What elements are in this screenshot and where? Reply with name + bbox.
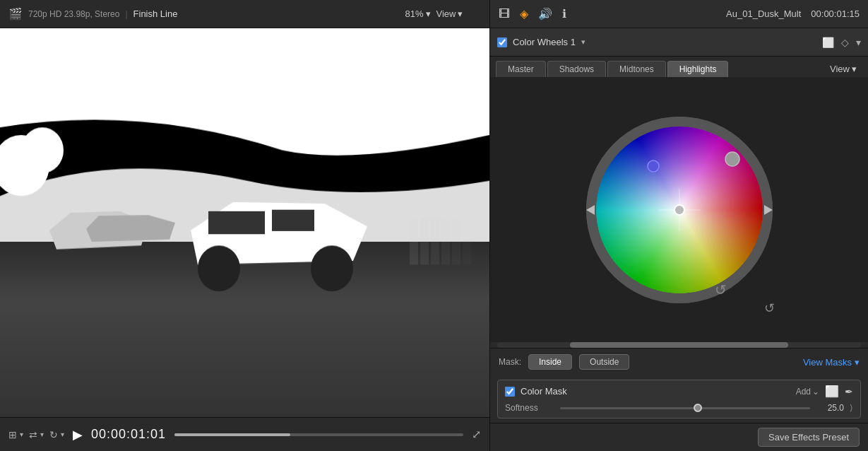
- panel-more-button[interactable]: ▾: [856, 37, 861, 48]
- softness-slider[interactable]: [560, 402, 810, 414]
- right-top-icons: 🎞 ◈ 🔊 ℹ Au_01_Dusk_Mult 00:00:01:15: [490, 0, 868, 28]
- tab-shadows[interactable]: Shadows: [547, 61, 606, 77]
- color-mask-label: Color Mask: [521, 386, 790, 397]
- color-bottom-bar: Save Effects Preset: [490, 423, 868, 451]
- speed-chevron-icon: ▾: [61, 430, 64, 438]
- video-canvas: [0, 28, 489, 417]
- tab-midtones[interactable]: Midtones: [607, 61, 666, 77]
- panel-diamond-icon: ◇: [841, 37, 849, 48]
- softness-expand-button[interactable]: ⟩: [850, 403, 853, 413]
- color-wheel-area[interactable]: ↺: [490, 77, 868, 342]
- panel-layout-button[interactable]: ⬜: [822, 37, 834, 48]
- play-button[interactable]: ▶: [73, 427, 83, 443]
- film-strip-icon: 🎞: [499, 8, 510, 20]
- expand-button[interactable]: ⤢: [472, 428, 481, 441]
- zoom-chevron-icon: ▾: [426, 8, 431, 19]
- view-tab-button[interactable]: View ▾: [824, 61, 862, 77]
- color-wheels-bar: Color Wheels 1 ▾ ⬜ ◇ ▾: [490, 28, 868, 57]
- wheel-scrollbar[interactable]: [497, 342, 861, 348]
- color-wheel-canvas[interactable]: [581, 111, 778, 309]
- view-button[interactable]: View ▾: [436, 8, 463, 19]
- trim-chevron-icon: ▾: [40, 430, 44, 438]
- layout-chevron-icon: ▾: [20, 430, 23, 438]
- color-wheels-chevron-icon: ▾: [581, 37, 585, 47]
- softness-label: Softness: [505, 403, 554, 413]
- color-mask-section: Color Mask Add ⌄ ⬜ ✒ Softness 25.0: [497, 380, 861, 418]
- color-wheels-checkbox[interactable]: [497, 37, 507, 47]
- rectangle-mask-button[interactable]: ⬜: [825, 385, 839, 398]
- softness-expand-icon: ⟩: [850, 403, 853, 413]
- color-wheels-label: Color Wheels 1: [513, 37, 576, 47]
- panel-layout-icon: ⬜: [822, 37, 834, 48]
- view-tab-chevron-icon: ▾: [852, 64, 857, 74]
- playback-timecode: 00:00:01:01: [91, 427, 166, 442]
- film-icon: 🎬: [8, 7, 23, 20]
- progress-fill: [174, 433, 290, 436]
- audio-button[interactable]: 🔊: [538, 7, 552, 20]
- view-masks-chevron-icon: ▾: [855, 357, 860, 368]
- panel-diamond-button[interactable]: ◇: [841, 37, 849, 48]
- tab-master[interactable]: Master: [496, 61, 546, 77]
- rectangle-icon: ⬜: [825, 385, 839, 398]
- mask-section: Mask: Inside Outside View Masks ▾: [490, 348, 868, 375]
- speed-button[interactable]: ↻ ▾: [49, 429, 64, 440]
- trim-button[interactable]: ⇄ ▾: [29, 429, 44, 440]
- wheel-scrollbar-thumb: [570, 342, 788, 348]
- progress-bar[interactable]: [174, 433, 463, 436]
- add-button[interactable]: Add ⌄: [796, 387, 819, 397]
- color-mask-checkbox[interactable]: [505, 387, 515, 397]
- audio-icon: 🔊: [538, 8, 552, 20]
- color-mask-row: Color Mask Add ⌄ ⬜ ✒: [505, 385, 853, 398]
- project-name: Finish Line: [133, 8, 178, 19]
- right-timecode: 00:00:01:15: [811, 8, 860, 19]
- mask-label: Mask:: [499, 357, 521, 367]
- layout-icon: ⊞: [8, 429, 17, 440]
- film-strip-button[interactable]: 🎞: [499, 8, 510, 20]
- info-icon: ℹ: [562, 8, 566, 20]
- softness-row: Softness 25.0 ⟩: [505, 402, 853, 414]
- color-wheel-button[interactable]: ◈: [520, 7, 528, 20]
- clip-info: 720p HD 23.98p, Stereo: [28, 9, 119, 19]
- undo-button[interactable]: ↺: [764, 300, 775, 316]
- view-chevron-icon: ▾: [458, 8, 463, 19]
- trim-icon: ⇄: [29, 429, 37, 440]
- softness-thumb: [694, 404, 702, 412]
- expand-icon: ⤢: [472, 428, 481, 440]
- inside-button[interactable]: Inside: [528, 354, 572, 370]
- softness-value: 25.0: [816, 403, 844, 413]
- speed-icon: ↻: [49, 429, 58, 440]
- view-masks-button[interactable]: View Masks ▾: [803, 357, 860, 368]
- info-button[interactable]: ℹ: [562, 7, 566, 20]
- layout-button[interactable]: ⊞ ▾: [8, 429, 23, 440]
- outside-button[interactable]: Outside: [579, 354, 629, 370]
- zoom-button[interactable]: 81% ▾: [405, 8, 431, 19]
- softness-track: [560, 407, 810, 409]
- color-wheel-icon: ◈: [520, 8, 528, 20]
- eyedropper-icon: ✒: [845, 386, 853, 397]
- undo-icon: ↺: [764, 301, 775, 315]
- zoom-level: 81%: [405, 8, 424, 19]
- add-chevron-icon: ⌄: [812, 387, 819, 397]
- color-wheel-wrapper[interactable]: ↺: [581, 111, 778, 309]
- play-icon: ▶: [73, 428, 83, 442]
- tab-highlights[interactable]: Highlights: [667, 61, 729, 77]
- clip-name: Au_01_Dusk_Mult: [726, 8, 801, 19]
- save-preset-button[interactable]: Save Effects Preset: [758, 428, 860, 447]
- project-divider: |: [125, 9, 127, 19]
- panel-chevron-icon: ▾: [856, 37, 861, 48]
- color-tabs: Master Shadows Midtones Highlights View …: [490, 57, 868, 77]
- eyedropper-button[interactable]: ✒: [845, 386, 853, 397]
